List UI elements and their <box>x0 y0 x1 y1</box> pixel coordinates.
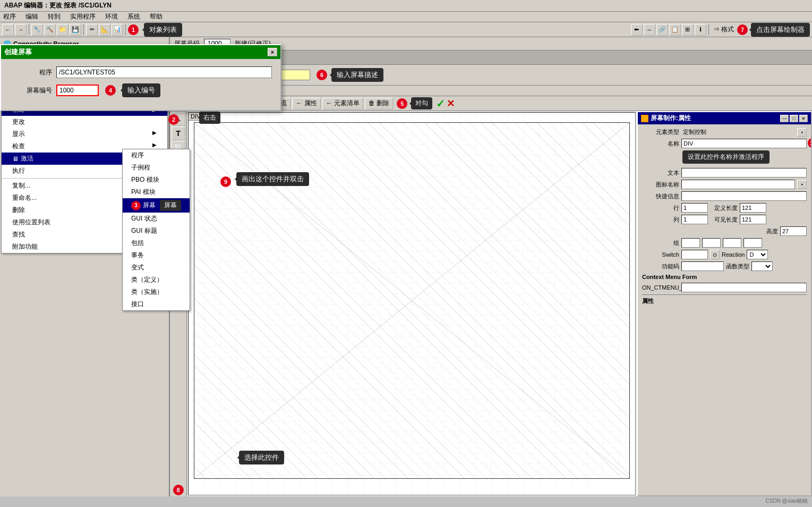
menu-format[interactable]: ⇒ 格式 <box>711 25 736 34</box>
submenu-item-transaction[interactable]: 事务 <box>123 249 190 261</box>
toolbar-btn4[interactable]: 💾 <box>70 24 81 36</box>
ctx-find-label: 查找 <box>12 231 25 238</box>
elem-type-label: 元素类型 <box>642 128 679 136</box>
group-label: 组 <box>642 239 679 247</box>
toolbar-btn3[interactable]: 📁 <box>57 24 69 36</box>
ctx-menu-form-label: Context Menu Form <box>642 274 697 280</box>
screen-canvas[interactable]: DIV <box>188 112 636 495</box>
on-ctmenu-label: ON_CTMENU_ <box>642 284 679 291</box>
dialog-title: 创建屏幕 <box>4 47 32 57</box>
side-btn-text[interactable]: T <box>172 126 185 140</box>
screen-num-dlg-input[interactable] <box>56 84 99 96</box>
on-ctmenu-input[interactable] <box>681 283 807 292</box>
submenu-item-gui-status[interactable]: GUI 状态 <box>123 213 190 225</box>
callout-screen: 屏幕 <box>160 200 181 211</box>
name-input[interactable] <box>681 139 807 148</box>
prog-input[interactable] <box>56 66 272 78</box>
icon-name-input[interactable] <box>681 180 795 189</box>
ctx-item-change[interactable]: 更改 <box>2 116 167 128</box>
toolbar-screen-btn4[interactable]: 📋 <box>669 24 681 36</box>
props-minimize[interactable]: — <box>780 115 789 122</box>
submenu-item-subroutine[interactable]: 子例程 <box>123 162 190 174</box>
badge-10: 10 <box>808 138 812 148</box>
menu-item-help[interactable]: 帮助 <box>149 12 164 21</box>
toolbar-forward[interactable]: → <box>15 24 27 36</box>
submenu-item-variant[interactable]: 变式 <box>123 261 190 274</box>
func-code-label: 功能码 <box>642 263 679 271</box>
btn-element-list[interactable]: ← 元素清单 <box>322 98 363 109</box>
menu-item-environ[interactable]: 环境 <box>104 12 119 21</box>
menu-item-utilities[interactable]: 实用程序 <box>69 12 97 21</box>
ctx-execute-label: 执行 <box>12 166 25 175</box>
tooltip-input[interactable] <box>681 191 807 201</box>
group-input-3[interactable] <box>723 238 741 248</box>
group-input-2[interactable] <box>702 238 721 248</box>
icon-name-label: 图标名称 <box>642 181 679 189</box>
toolbar-screen-btn3[interactable]: 🔗 <box>656 24 668 36</box>
elem-type-browse[interactable]: ▪ <box>797 128 807 137</box>
group-input-1[interactable] <box>681 238 700 248</box>
group-input-4[interactable] <box>743 238 762 248</box>
menu-item-edit[interactable]: 编辑 <box>24 12 39 21</box>
badge-1: 1 <box>128 24 139 35</box>
dialog-close-btn[interactable]: × <box>268 48 277 56</box>
col-input[interactable] <box>681 215 708 224</box>
toolbar-back[interactable]: ← <box>2 24 14 36</box>
menu-item-file[interactable]: 程序 <box>2 12 17 21</box>
text-input[interactable] <box>681 168 807 178</box>
toolbar-screen-btn2[interactable]: ↔ <box>644 24 655 36</box>
btn-properties[interactable]: ← 属性 <box>292 98 320 109</box>
row-input[interactable] <box>681 203 708 213</box>
def-len-input[interactable] <box>740 203 766 213</box>
ctx-display-label: 显示 <box>12 130 25 139</box>
callout-screen-painter: 点击屏幕绘制器 <box>751 23 810 37</box>
func-code-input[interactable] <box>681 261 724 271</box>
toolbar-btn2[interactable]: 🔨 <box>44 24 56 36</box>
submenu-item-interface[interactable]: 接口 <box>123 298 190 310</box>
func-type-select[interactable] <box>751 261 773 271</box>
submenu-item-gui-title[interactable]: GUI 标题 <box>123 225 190 237</box>
check-green[interactable]: ✓ <box>436 97 445 110</box>
submenu-item-class-def[interactable]: 类（定义） <box>123 274 190 286</box>
callout-draw-control: 画出这个控件并双击 <box>236 172 309 186</box>
icon-browse-btn[interactable]: ▪ <box>797 180 807 189</box>
submenu-item-pai[interactable]: PAI 模块 <box>123 186 190 198</box>
toolbar-screen-btn5[interactable]: ⊞ <box>682 24 694 36</box>
submenu-item-include[interactable]: 包括 <box>123 237 190 249</box>
props-icon <box>641 115 648 122</box>
reaction-select[interactable]: D <box>747 250 768 259</box>
badge-5: 5 <box>397 98 407 109</box>
submenu-item-program[interactable]: 程序 <box>123 149 190 162</box>
switch-btn[interactable]: ⊙ <box>710 250 720 259</box>
toolbar-btn5[interactable]: ✏ <box>86 24 98 36</box>
submenu-item-screen[interactable]: 3 屏幕 屏幕 <box>123 198 190 213</box>
ctx-activate-label: 激活 <box>21 154 33 163</box>
submenu-create: 程序 子例程 PBO 模块 PAI 模块 3 屏幕 屏幕 GUI 状态 GUI … <box>122 149 190 311</box>
toolbar-btn1[interactable]: 🔧 <box>31 24 43 36</box>
submenu-item-class-impl[interactable]: 类（实施） <box>123 286 190 298</box>
props-close[interactable]: × <box>799 115 808 122</box>
prog-label: 程序 <box>10 68 52 77</box>
ctx-copy-label: 复制... <box>12 182 30 189</box>
toolbar-screen-btn6[interactable]: ℹ <box>695 24 706 36</box>
switch-input[interactable] <box>681 250 708 259</box>
col-label: 列 <box>642 216 679 224</box>
badge-6: 6 <box>317 70 327 80</box>
menu-item-goto[interactable]: 转到 <box>47 12 62 21</box>
btn-delete[interactable]: 🗑 删除 <box>365 98 393 109</box>
vis-len-input[interactable] <box>740 215 766 224</box>
tooltip-label: 快捷信息 <box>642 192 679 200</box>
badge-4: 4 <box>105 85 116 96</box>
height-input[interactable] <box>780 226 807 236</box>
toolbar-screen-btn1[interactable]: ⬅ <box>631 24 643 36</box>
submenu-item-pbo[interactable]: PBO 模块 <box>123 174 190 186</box>
ctx-item-display[interactable]: 显示 ▶ <box>2 128 167 140</box>
toolbar-btn7[interactable]: 📊 <box>112 24 123 36</box>
toolbar-btn6[interactable]: 📐 <box>99 24 110 36</box>
check-red[interactable]: ✕ <box>447 98 455 109</box>
bottom-attr-label: 属性 <box>642 298 654 304</box>
window-title: ABAP 编辑器：更改 报表 /SC1/GLYN <box>4 1 112 10</box>
callout-set-name: 设置此控件名称并激活程序 <box>642 150 807 164</box>
menu-item-system[interactable]: 系统 <box>126 12 141 21</box>
props-restore[interactable]: □ <box>790 115 798 122</box>
